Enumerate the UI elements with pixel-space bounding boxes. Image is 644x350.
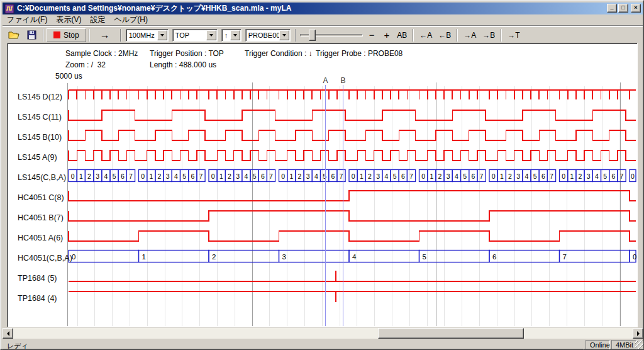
trigger-position-value: TOP	[173, 31, 206, 39]
toolbar-separator	[43, 29, 44, 42]
dropdown-button[interactable]	[206, 30, 216, 40]
scrollbar-thumb[interactable]	[378, 328, 524, 339]
arrow-left-icon	[7, 331, 9, 336]
zoom-out-button[interactable]: −	[364, 28, 380, 42]
zoom-in-button[interactable]: +	[379, 28, 394, 42]
arrow-right-icon	[637, 331, 640, 336]
trigger-edge-value: ↑	[222, 31, 230, 39]
probe-value: PROBE00	[246, 31, 279, 39]
menu-settings[interactable]: 設定	[86, 13, 109, 26]
toolbar-separator	[413, 29, 414, 42]
probe-select[interactable]: PROBE00	[245, 29, 291, 42]
toolbar-separator	[89, 29, 90, 42]
status-memory: 4MBit	[611, 340, 636, 350]
menu-bar: ファイル(F) 表示(V) 設定 ヘルプ(H)	[3, 14, 643, 26]
app-icon	[4, 4, 14, 14]
chevron-down-icon	[160, 34, 164, 37]
save-file-button[interactable]	[24, 28, 40, 42]
zoom-slider-thumb[interactable]	[309, 30, 316, 41]
sample-clock-value: 100MHz	[126, 31, 157, 39]
dropdown-button[interactable]	[279, 30, 289, 40]
info-length: Length : 488.000 us	[150, 60, 216, 69]
maximize-button[interactable]: □	[618, 4, 628, 13]
scroll-left-button[interactable]	[3, 328, 13, 339]
trigger-position-select[interactable]: TOP	[172, 29, 218, 42]
menu-file[interactable]: ファイル(F)	[3, 13, 52, 26]
open-folder-icon	[8, 30, 21, 40]
goto-trigger-button[interactable]: →T	[504, 28, 523, 42]
scroll-right-button[interactable]	[633, 328, 643, 339]
chevron-down-icon	[209, 34, 213, 37]
toolbar-separator	[295, 29, 296, 42]
waveform-panel[interactable]	[7, 43, 638, 327]
save-floppy-icon	[27, 30, 37, 40]
menu-view[interactable]: 表示(V)	[52, 13, 86, 26]
status-online: Online	[586, 340, 610, 350]
trigger-edge-select[interactable]: ↑	[221, 29, 242, 42]
stop-button[interactable]: Stop	[47, 28, 86, 42]
info-sample-clock: Sample Clock : 2MHz	[65, 49, 138, 58]
close-button[interactable]: ×	[631, 4, 641, 13]
ab-button[interactable]: AB	[394, 28, 410, 42]
app-window: C:¥Documents and Settings¥noname¥デスクトップ¥…	[0, 0, 644, 350]
sample-clock-select[interactable]: 100MHz	[126, 29, 169, 42]
goto-b-fwd-button[interactable]: →B	[479, 28, 498, 42]
info-trigger-condition: Trigger Condition : ↓	[245, 49, 313, 58]
info-trigger-probe: Trigger Probe : PROBE08	[316, 49, 402, 58]
time-ruler-label: 5000 us	[55, 72, 82, 81]
chevron-down-icon	[282, 34, 286, 37]
toolbar-separator	[457, 29, 458, 42]
info-trigger-position: Trigger Position : TOP	[150, 49, 224, 58]
goto-a-fwd-button[interactable]: →A	[460, 28, 479, 42]
toolbar-separator	[120, 29, 121, 42]
goto-b-back-button[interactable]: ←B	[435, 28, 454, 42]
menu-help[interactable]: ヘルプ(H)	[109, 13, 152, 26]
window-title: C:¥Documents and Settings¥noname¥デスクトップ¥…	[17, 3, 291, 14]
status-bar: レディ Online 4MBit	[2, 340, 643, 350]
run-button[interactable]: →	[92, 28, 118, 42]
minimize-button[interactable]: _	[607, 4, 617, 13]
dropdown-button[interactable]	[157, 30, 167, 40]
status-ready: レディ	[3, 340, 584, 350]
toolbar-separator	[501, 29, 502, 42]
stop-label: Stop	[64, 31, 79, 40]
zoom-slider[interactable]	[300, 34, 363, 37]
dropdown-button[interactable]	[230, 30, 240, 40]
goto-a-back-button[interactable]: ←A	[416, 28, 435, 42]
chevron-down-icon	[233, 34, 237, 37]
open-file-button[interactable]	[5, 28, 24, 42]
resize-grip[interactable]	[635, 341, 643, 349]
horizontal-scrollbar[interactable]	[3, 328, 643, 339]
info-zoom: Zoom : / 32	[65, 60, 106, 69]
toolbar: Stop → 100MHz TOP ↑ PROBE00 − + AB ←A ←B	[3, 26, 643, 43]
stop-icon	[53, 31, 60, 38]
